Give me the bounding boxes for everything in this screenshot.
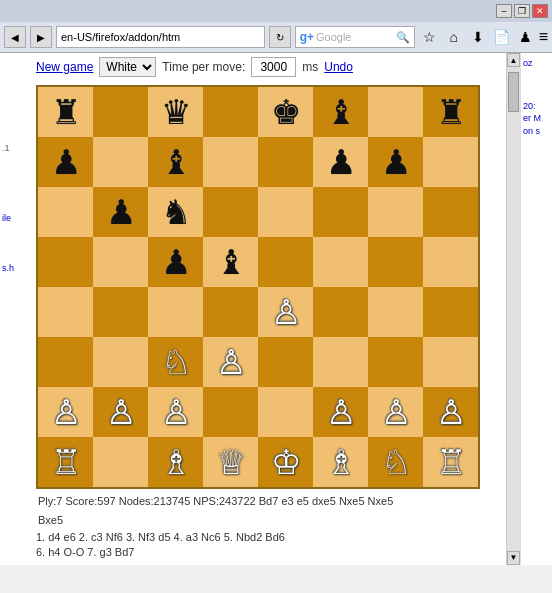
cell-7-2[interactable]: ♗ bbox=[148, 437, 203, 487]
back-button[interactable]: ◀ bbox=[4, 26, 26, 48]
cell-4-0[interactable] bbox=[38, 287, 93, 337]
cell-4-7[interactable] bbox=[423, 287, 478, 337]
piece-7-5[interactable]: ♗ bbox=[326, 445, 356, 479]
cell-4-4[interactable]: ♙ bbox=[258, 287, 313, 337]
menu-button[interactable]: ≡ bbox=[539, 28, 548, 46]
cell-2-2[interactable]: ♞ bbox=[148, 187, 203, 237]
cell-0-3[interactable] bbox=[203, 87, 258, 137]
piece-6-7[interactable]: ♙ bbox=[436, 395, 466, 429]
cell-6-5[interactable]: ♙ bbox=[313, 387, 368, 437]
close-button[interactable]: ✕ bbox=[532, 4, 548, 18]
piece-6-6[interactable]: ♙ bbox=[381, 395, 411, 429]
time-input[interactable] bbox=[251, 57, 296, 77]
cell-7-3[interactable]: ♕ bbox=[203, 437, 258, 487]
scroll-up-arrow[interactable]: ▲ bbox=[507, 53, 520, 67]
scroll-track[interactable] bbox=[507, 67, 520, 551]
piece-0-7[interactable]: ♜ bbox=[436, 95, 466, 129]
piece-3-2[interactable]: ♟ bbox=[161, 245, 191, 279]
cell-2-5[interactable] bbox=[313, 187, 368, 237]
cell-6-0[interactable]: ♙ bbox=[38, 387, 93, 437]
cell-5-5[interactable] bbox=[313, 337, 368, 387]
piece-7-0[interactable]: ♖ bbox=[51, 445, 81, 479]
cell-6-7[interactable]: ♙ bbox=[423, 387, 478, 437]
cell-1-6[interactable]: ♟ bbox=[368, 137, 423, 187]
cell-3-7[interactable] bbox=[423, 237, 478, 287]
cell-1-1[interactable] bbox=[93, 137, 148, 187]
cell-0-4[interactable]: ♚ bbox=[258, 87, 313, 137]
scroll-thumb[interactable] bbox=[508, 72, 519, 112]
cell-0-0[interactable]: ♜ bbox=[38, 87, 93, 137]
cell-2-4[interactable] bbox=[258, 187, 313, 237]
piece-1-6[interactable]: ♟ bbox=[381, 145, 411, 179]
piece-0-2[interactable]: ♛ bbox=[161, 95, 191, 129]
cell-3-3[interactable]: ♝ bbox=[203, 237, 258, 287]
cell-5-2[interactable]: ♘ bbox=[148, 337, 203, 387]
piece-1-0[interactable]: ♟ bbox=[51, 145, 81, 179]
color-select[interactable]: White Black bbox=[99, 57, 156, 77]
cell-6-1[interactable]: ♙ bbox=[93, 387, 148, 437]
cell-2-7[interactable] bbox=[423, 187, 478, 237]
cell-6-3[interactable] bbox=[203, 387, 258, 437]
scrollbar[interactable]: ▲ ▼ bbox=[506, 53, 520, 565]
piece-1-5[interactable]: ♟ bbox=[326, 145, 356, 179]
cell-1-5[interactable]: ♟ bbox=[313, 137, 368, 187]
cell-5-0[interactable] bbox=[38, 337, 93, 387]
tools-icon[interactable]: ♟ bbox=[515, 26, 537, 48]
piece-7-7[interactable]: ♖ bbox=[436, 445, 466, 479]
cell-7-0[interactable]: ♖ bbox=[38, 437, 93, 487]
minimize-button[interactable]: – bbox=[496, 4, 512, 18]
undo-link[interactable]: Undo bbox=[324, 60, 353, 74]
piece-5-2[interactable]: ♘ bbox=[161, 345, 191, 379]
cell-2-6[interactable] bbox=[368, 187, 423, 237]
cell-0-1[interactable] bbox=[93, 87, 148, 137]
cell-4-5[interactable] bbox=[313, 287, 368, 337]
cell-4-1[interactable] bbox=[93, 287, 148, 337]
cell-0-5[interactable]: ♝ bbox=[313, 87, 368, 137]
cell-7-1[interactable] bbox=[93, 437, 148, 487]
cell-2-1[interactable]: ♟ bbox=[93, 187, 148, 237]
piece-7-6[interactable]: ♘ bbox=[381, 445, 411, 479]
cell-0-2[interactable]: ♛ bbox=[148, 87, 203, 137]
piece-6-2[interactable]: ♙ bbox=[161, 395, 191, 429]
piece-0-0[interactable]: ♜ bbox=[51, 95, 81, 129]
cell-1-7[interactable] bbox=[423, 137, 478, 187]
cell-5-7[interactable] bbox=[423, 337, 478, 387]
cell-4-6[interactable] bbox=[368, 287, 423, 337]
piece-6-1[interactable]: ♙ bbox=[106, 395, 136, 429]
url-bar[interactable]: en-US/firefox/addon/htm bbox=[56, 26, 265, 48]
cell-4-3[interactable] bbox=[203, 287, 258, 337]
star-icon[interactable]: ☆ bbox=[419, 26, 441, 48]
piece-6-5[interactable]: ♙ bbox=[326, 395, 356, 429]
piece-5-3[interactable]: ♙ bbox=[216, 345, 246, 379]
cell-1-0[interactable]: ♟ bbox=[38, 137, 93, 187]
cell-3-4[interactable] bbox=[258, 237, 313, 287]
piece-0-4[interactable]: ♚ bbox=[271, 95, 301, 129]
cell-5-4[interactable] bbox=[258, 337, 313, 387]
cell-0-7[interactable]: ♜ bbox=[423, 87, 478, 137]
cell-2-0[interactable] bbox=[38, 187, 93, 237]
cell-3-6[interactable] bbox=[368, 237, 423, 287]
refresh-button[interactable]: ↻ bbox=[269, 26, 291, 48]
piece-7-4[interactable]: ♔ bbox=[271, 445, 301, 479]
cell-7-7[interactable]: ♖ bbox=[423, 437, 478, 487]
cell-1-4[interactable] bbox=[258, 137, 313, 187]
cell-3-1[interactable] bbox=[93, 237, 148, 287]
piece-6-0[interactable]: ♙ bbox=[51, 395, 81, 429]
piece-1-2[interactable]: ♝ bbox=[161, 145, 191, 179]
piece-7-2[interactable]: ♗ bbox=[161, 445, 191, 479]
search-box[interactable]: g+ Google 🔍 bbox=[295, 26, 415, 48]
piece-2-2[interactable]: ♞ bbox=[161, 195, 191, 229]
cell-2-3[interactable] bbox=[203, 187, 258, 237]
cell-6-6[interactable]: ♙ bbox=[368, 387, 423, 437]
piece-2-1[interactable]: ♟ bbox=[106, 195, 136, 229]
cell-5-1[interactable] bbox=[93, 337, 148, 387]
download-icon[interactable]: ⬇ bbox=[467, 26, 489, 48]
cell-0-6[interactable] bbox=[368, 87, 423, 137]
forward-button[interactable]: ▶ bbox=[30, 26, 52, 48]
bookmark-icon[interactable]: 📄 bbox=[491, 26, 513, 48]
cell-5-6[interactable] bbox=[368, 337, 423, 387]
cell-1-2[interactable]: ♝ bbox=[148, 137, 203, 187]
cell-4-2[interactable] bbox=[148, 287, 203, 337]
cell-6-4[interactable] bbox=[258, 387, 313, 437]
piece-0-5[interactable]: ♝ bbox=[326, 95, 356, 129]
